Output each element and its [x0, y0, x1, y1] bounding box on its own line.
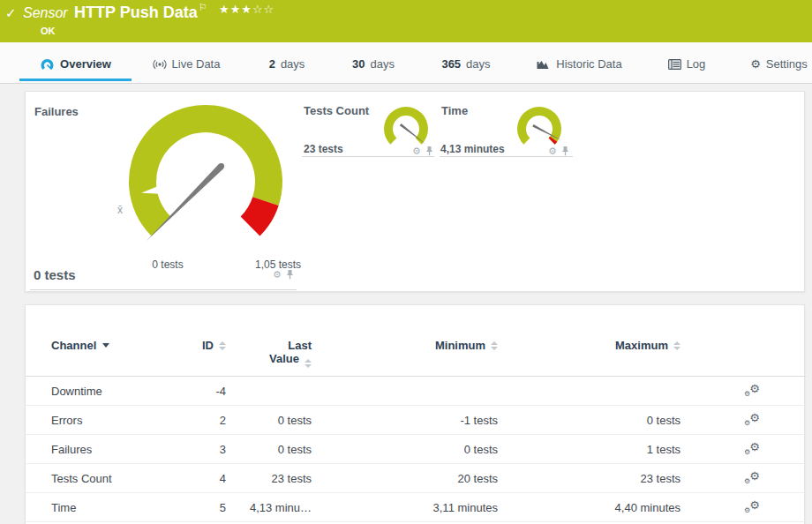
- tab-365-days[interactable]: 365days: [436, 49, 496, 81]
- channel-name[interactable]: Time: [51, 501, 166, 514]
- table-row-time[interactable]: Time 5 4,13 minu… 3,11 minutes 4,40 minu…: [26, 493, 806, 522]
- channel-name[interactable]: Downtime: [51, 385, 166, 398]
- table-row-failures[interactable]: Failures 3 0 tests 0 tests 1 tests ⚙⚙: [26, 435, 806, 464]
- channel-table-header: Channel ID Last Value Minimum Maximum: [26, 339, 806, 377]
- column-header-id[interactable]: ID: [166, 339, 226, 368]
- time-current-value: 4,13 minutes: [440, 143, 505, 155]
- channel-settings-icon[interactable]: ⚙⚙: [744, 442, 760, 456]
- status-badge: OK: [41, 26, 56, 36]
- divider: [440, 156, 573, 157]
- tab-settings[interactable]: ⚙ Settings: [746, 49, 812, 81]
- tests-count-gauge-actions: ⚙: [412, 146, 433, 156]
- failures-current-value: 0 tests: [34, 267, 76, 282]
- channel-name[interactable]: Tests Count: [51, 472, 166, 485]
- sort-icon[interactable]: [491, 341, 498, 350]
- sensor-header: ✓ Sensor HTTP Push Data ⚐ ★★★☆☆ OK: [0, 0, 812, 42]
- tests-count-gauge-title: Tests Count: [304, 104, 369, 117]
- ok-check-icon: ✓: [5, 5, 17, 21]
- failures-gauge-actions: ⚙: [273, 269, 294, 280]
- pin-icon[interactable]: [425, 146, 433, 156]
- tests-count-current-value: 23 tests: [304, 143, 343, 155]
- tab-2-days[interactable]: 2days: [260, 49, 313, 81]
- gear-icon: ⚙: [750, 57, 761, 71]
- time-gauge-title: Time: [441, 104, 468, 117]
- sensor-title: HTTP Push Data: [74, 4, 198, 22]
- gauges-panel: Failures x̄ 0 tests 1,05 tests 0 tests ⚙…: [25, 91, 805, 292]
- sort-icon[interactable]: [304, 359, 312, 368]
- priority-flag-icon[interactable]: ⚐: [199, 2, 207, 13]
- channel-settings-icon[interactable]: ⚙⚙: [744, 471, 760, 485]
- tab-30-days[interactable]: 30days: [346, 49, 401, 81]
- sort-icon[interactable]: [673, 341, 680, 350]
- tab-historic-data[interactable]: Historic Data: [530, 49, 628, 81]
- priority-stars[interactable]: ★★★☆☆: [219, 3, 274, 16]
- average-marker-label: x̄: [117, 204, 123, 216]
- sort-caret-icon: [102, 343, 109, 348]
- failures-gauge: [109, 85, 303, 279]
- tab-log[interactable]: Log: [660, 49, 713, 81]
- sort-icon[interactable]: [219, 341, 226, 350]
- table-row-tests-count[interactable]: Tests Count 4 23 tests 20 tests 23 tests…: [26, 464, 806, 493]
- channel-table: Channel ID Last Value Minimum Maximum: [26, 339, 806, 522]
- tab-bar: Overview Live Data 2days 30days 365days …: [0, 42, 812, 84]
- channel-settings-icon[interactable]: ⚙⚙: [744, 384, 760, 398]
- divider: [302, 156, 434, 157]
- log-list-icon: [668, 59, 681, 70]
- time-gauge-actions: ⚙: [548, 146, 569, 156]
- column-header-last-value[interactable]: Last Value: [226, 339, 312, 368]
- column-header-maximum[interactable]: Maximum: [498, 339, 680, 368]
- tab-live-data[interactable]: Live Data: [148, 49, 224, 81]
- failures-scale-min: 0 tests: [132, 258, 203, 271]
- tab-overview[interactable]: Overview: [19, 49, 132, 81]
- gear-icon[interactable]: ⚙: [273, 270, 282, 280]
- channel-name[interactable]: Errors: [51, 414, 166, 427]
- channel-settings-icon[interactable]: ⚙⚙: [744, 413, 760, 427]
- pin-icon[interactable]: [286, 269, 294, 280]
- object-kind-label: Sensor: [23, 5, 68, 21]
- gear-icon[interactable]: ⚙: [548, 146, 557, 156]
- table-row-errors[interactable]: Errors 2 0 tests -1 tests 0 tests ⚙⚙: [26, 406, 806, 435]
- area-chart-icon: [536, 58, 551, 71]
- gear-icon[interactable]: ⚙: [412, 146, 421, 156]
- divider: [30, 289, 297, 290]
- gauge-icon: [40, 57, 55, 71]
- column-header-channel[interactable]: Channel: [51, 339, 166, 368]
- failures-gauge-title: Failures: [34, 105, 79, 118]
- table-row-downtime[interactable]: Downtime -4 ⚙⚙: [26, 377, 806, 406]
- pin-icon[interactable]: [561, 146, 569, 156]
- live-broadcast-icon: [153, 57, 167, 71]
- channel-name[interactable]: Failures: [51, 443, 166, 456]
- channels-panel: Channel ID Last Value Minimum Maximum: [25, 304, 805, 524]
- channel-settings-icon[interactable]: ⚙⚙: [744, 500, 760, 514]
- column-header-minimum[interactable]: Minimum: [312, 339, 498, 368]
